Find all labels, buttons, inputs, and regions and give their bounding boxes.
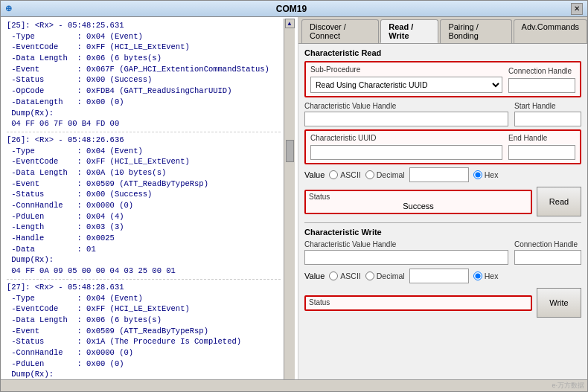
write-value-row: Value ASCII Decimal Hex xyxy=(304,269,581,283)
write-status-label: Status xyxy=(309,298,528,306)
char-uuid-input[interactable]: f1.ff xyxy=(310,145,502,160)
tab-discover-connect[interactable]: Discover / Connect xyxy=(301,19,379,43)
status-read-row: Status Success Read xyxy=(304,187,581,216)
tab-read-write[interactable]: Read / Write xyxy=(380,19,438,43)
section-separator xyxy=(304,222,581,223)
write-handle-row: Characteristic Value Handle 0x0001 Conne… xyxy=(304,240,581,265)
write-char-handle-label: Characteristic Value Handle xyxy=(304,240,508,248)
bottom-bar: e·万方数据 xyxy=(1,379,587,391)
ascii-label: ASCII xyxy=(340,170,360,179)
value-input[interactable]: 01 xyxy=(409,167,469,182)
log-header-26: [26]: <Rx> - 05:48:26.636 xyxy=(7,135,281,146)
scroll-thumb[interactable] xyxy=(286,140,294,162)
char-handle-row: Characteristic Value Handle 0x0025 Start… xyxy=(304,102,581,126)
write-decimal-radio[interactable] xyxy=(365,271,374,280)
write-status-value xyxy=(309,306,528,308)
value-row: Value ASCII Decimal 01 Hex xyxy=(304,167,581,182)
connection-handle-form-group: Connection Handle 0x0000 xyxy=(508,67,575,93)
write-char-handle-input[interactable]: 0x0001 xyxy=(304,250,508,265)
sub-procedure-form-group: Sub-Procedure Read Using Characteristic … xyxy=(310,65,502,93)
sub-procedure-select[interactable]: Read Using Characteristic UUID xyxy=(310,77,502,93)
hex-label: Hex xyxy=(485,170,499,179)
write-hex-label: Hex xyxy=(485,271,499,280)
main-window: ⊕ COM19 ✕ [25]: <Rx> - 05:48:25.631 -Typ… xyxy=(0,0,588,392)
end-handle-input[interactable]: 0xFFFF xyxy=(508,145,575,160)
write-ascii-radio-group[interactable]: ASCII xyxy=(329,271,360,280)
connection-handle-input[interactable]: 0x0000 xyxy=(508,78,575,93)
write-hex-radio[interactable] xyxy=(473,271,482,280)
connection-handle-label: Connection Handle xyxy=(508,67,575,75)
char-uuid-group: Characteristic UUID f1.ff End Handle 0xF… xyxy=(304,129,581,164)
read-status-group: Status Success xyxy=(304,190,532,214)
read-button[interactable]: Read xyxy=(537,187,581,216)
write-ascii-label: ASCII xyxy=(340,271,360,280)
read-status-value: Success xyxy=(309,201,528,211)
log-scrollbar-v[interactable]: ▲ ▼ xyxy=(284,19,295,379)
char-value-handle-form-group: Characteristic Value Handle 0x0025 xyxy=(304,102,508,126)
sub-procedure-label: Sub-Procedure xyxy=(310,65,502,74)
log-entry-25: [25]: <Rx> - 05:48:25.631 -Type : 0x04 (… xyxy=(7,20,281,129)
end-handle-form-group: End Handle 0xFFFF xyxy=(508,134,575,160)
watermark-text: e·万方数据 xyxy=(552,381,584,391)
bluetooth-icon: ⊕ xyxy=(5,4,12,13)
scroll-up-arrow[interactable]: ▲ xyxy=(285,19,295,28)
log-panel: [25]: <Rx> - 05:48:25.631 -Type : 0x04 (… xyxy=(1,17,298,379)
char-uuid-label: Characteristic UUID xyxy=(310,134,502,142)
ascii-radio-group[interactable]: ASCII xyxy=(329,170,360,179)
log-header-27: [27]: <Rx> - 05:48:28.631 xyxy=(7,282,281,293)
hex-radio-group[interactable]: Hex xyxy=(473,170,499,179)
char-write-section: Characteristic Write Characteristic Valu… xyxy=(304,228,581,318)
log-scroll-container: [25]: <Rx> - 05:48:25.631 -Type : 0x04 (… xyxy=(4,19,295,379)
right-panel: Discover / Connect Read / Write Pairing … xyxy=(298,17,587,379)
char-read-section-title: Characteristic Read xyxy=(304,48,581,57)
tab-adv-commands[interactable]: Adv.Commands xyxy=(514,19,587,43)
write-conn-handle-group: Connection Handle 0x0000 xyxy=(514,240,581,265)
hex-radio[interactable] xyxy=(473,170,482,179)
log-entry-27: [27]: <Rx> - 05:48:28.631 -Type : 0x04 (… xyxy=(7,282,281,379)
sub-procedure-group: Sub-Procedure Read Using Characteristic … xyxy=(304,61,581,97)
decimal-radio[interactable] xyxy=(365,170,374,179)
tab-content-readwrite: Characteristic Read Sub-Procedure Read U… xyxy=(298,44,587,379)
read-status-label: Status xyxy=(309,193,528,201)
write-conn-handle-input[interactable]: 0x0000 xyxy=(514,250,581,265)
log-divider-1 xyxy=(7,132,281,132)
value-label: Value xyxy=(304,170,325,179)
start-handle-input[interactable]: 0x0001 xyxy=(514,112,581,126)
tabs-bar: Discover / Connect Read / Write Pairing … xyxy=(298,17,587,44)
window-title: COM19 xyxy=(12,4,571,14)
log-divider-2 xyxy=(7,279,281,280)
decimal-radio-group[interactable]: Decimal xyxy=(365,170,405,179)
log-entry-26: [26]: <Rx> - 05:48:26.636 -Type : 0x04 (… xyxy=(7,135,281,277)
main-content: [25]: <Rx> - 05:48:25.631 -Type : 0x04 (… xyxy=(1,17,587,379)
write-conn-handle-label: Connection Handle xyxy=(514,240,581,248)
start-handle-label: Start Handle xyxy=(514,102,581,110)
close-button[interactable]: ✕ xyxy=(571,3,583,15)
write-status-group: Status xyxy=(304,295,532,311)
write-decimal-label: Decimal xyxy=(377,271,405,280)
write-status-row: Status Write xyxy=(304,288,581,318)
end-handle-label: End Handle xyxy=(508,134,575,142)
start-handle-form-group: Start Handle 0x0001 xyxy=(514,102,581,126)
write-ascii-radio[interactable] xyxy=(329,271,338,280)
write-value-input[interactable] xyxy=(409,269,469,283)
log-header-25: [25]: <Rx> - 05:48:25.631 xyxy=(7,20,281,31)
write-value-label: Value xyxy=(304,271,325,280)
log-inner[interactable]: [25]: <Rx> - 05:48:25.631 -Type : 0x04 (… xyxy=(4,19,284,379)
write-char-handle-group: Characteristic Value Handle 0x0001 xyxy=(304,240,508,265)
char-value-handle-input[interactable]: 0x0025 xyxy=(304,112,508,126)
write-button[interactable]: Write xyxy=(537,288,581,318)
char-uuid-form-group: Characteristic UUID f1.ff xyxy=(310,134,502,160)
ascii-radio[interactable] xyxy=(329,170,338,179)
char-write-section-title: Characteristic Write xyxy=(304,228,581,237)
write-decimal-radio-group[interactable]: Decimal xyxy=(365,271,405,280)
title-bar: ⊕ COM19 ✕ xyxy=(1,1,587,17)
write-hex-radio-group[interactable]: Hex xyxy=(473,271,499,280)
char-value-handle-label: Characteristic Value Handle xyxy=(304,102,508,110)
decimal-label: Decimal xyxy=(377,170,405,179)
tab-pairing-bonding[interactable]: Pairing / Bonding xyxy=(440,19,511,43)
